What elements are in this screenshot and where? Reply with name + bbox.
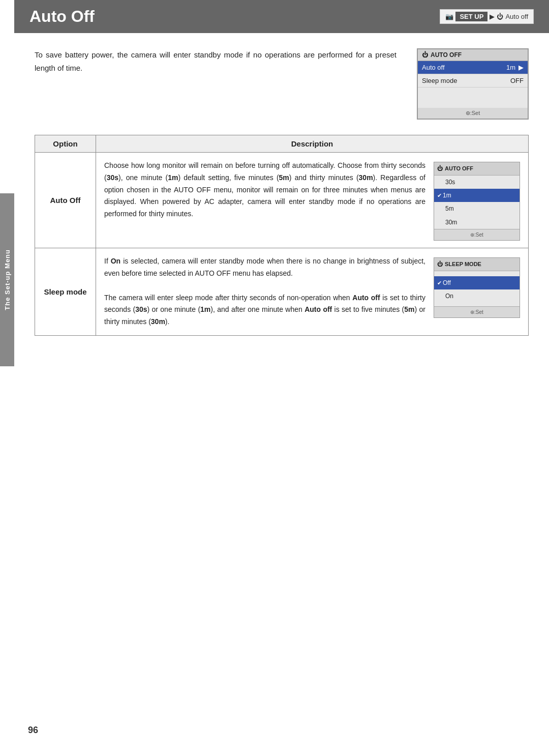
autooff-menu-30s[interactable]: 30s [434,176,520,189]
autooff-menu-1m[interactable]: ✔ 1m [434,189,520,202]
description-autooff: Choose how long monitor will remain on b… [96,153,529,248]
page-title: Auto Off [29,7,95,26]
autooff-menu-5m[interactable]: 5m [434,202,520,215]
autooff-menu-30m[interactable]: 30m [434,216,520,229]
description-sleep-text: If On is selected, camera will enter sta… [104,255,425,328]
top-menu-title: AUTO OFF [431,51,462,59]
autooff-menu-footer: ⊛:Set [434,229,520,240]
top-menu-row-autooff[interactable]: Auto off 1m ▶ [418,61,528,74]
breadcrumb-page: Auto off [505,13,528,20]
main-content: To save battery power, the camera will e… [14,33,549,351]
option-sleep: Sleep mode [35,248,96,336]
autooff-small-menu: ⏻ AUTO OFF 30s ✔ 1m [434,162,520,241]
top-menu-row-sleep[interactable]: Sleep mode OFF [418,74,528,88]
top-menu-autooff-arrow: ▶ [518,64,524,71]
top-menu-sleep-label: Sleep mode [422,77,457,84]
top-menu-mockup: ⏻ AUTO OFF Auto off 1m ▶ Sleep mode OFF … [417,48,529,120]
autooff-menu-title: ⏻ AUTO OFF [434,162,520,176]
option-autooff: Auto Off [35,153,96,248]
page-header: Auto Off 📷 SET UP ▶ ⏻ Auto off [14,0,549,33]
setup-icon: 📷 [445,13,453,20]
breadcrumb-setup: SET UP [455,12,487,21]
description-autooff-text: Choose how long monitor will remain on b… [104,160,425,220]
sleep-menu-footer: ⊛:Set [434,306,520,317]
top-menu-footer: ⊛:Set [418,108,528,119]
checkmark-off: ✔ [437,278,442,288]
sidebar-tab: The Set-up Menu [0,193,14,366]
top-section: To save battery power, the camera will e… [35,48,529,120]
top-menu-icon: ⏻ [422,51,428,59]
sleep-menu-on[interactable]: On [434,289,520,303]
options-table: Option Description Auto Off Choose how l… [35,135,529,336]
top-menu-title-bar: ⏻ AUTO OFF [418,49,528,61]
sleep-small-menu: ⏻ SLEEP MODE ✔ Off On [434,257,520,317]
intro-text: To save battery power, the camera will e… [35,48,396,120]
col-description-header: Description [96,135,529,153]
top-menu-autooff-value: 1m [506,64,515,71]
sleep-menu-title-text: SLEEP MODE [445,259,481,269]
autooff-menu-title-text: AUTO OFF [445,164,473,173]
col-option-header: Option [35,135,96,153]
description-sleep: If On is selected, camera will enter sta… [96,248,529,336]
breadcrumb-arrow: ▶ [490,13,495,20]
table-row-sleep: Sleep mode If On is selected, camera wil… [35,248,529,336]
sleep-menu-title: ⏻ SLEEP MODE [434,258,520,271]
breadcrumb-autooff-icon: ⏻ [497,13,503,20]
top-menu-autooff-label: Auto off [422,64,445,71]
top-menu-sleep-value: OFF [510,77,524,84]
page-number: 96 [28,725,38,736]
table-row-autooff: Auto Off Choose how long monitor will re… [35,153,529,248]
sleep-menu-off[interactable]: ✔ Off [434,276,520,289]
sidebar-label: The Set-up Menu [4,249,11,310]
checkmark-1m: ✔ [437,191,442,200]
breadcrumb: 📷 SET UP ▶ ⏻ Auto off [440,9,534,24]
